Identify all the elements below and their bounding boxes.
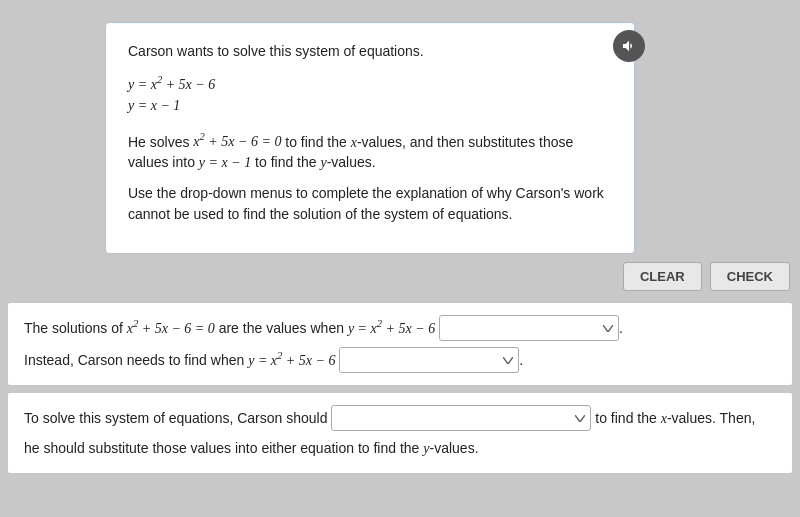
dropdown-2[interactable]: equals 0 equals 1 equals x−1 equals x [339,347,519,373]
card-explanation-2: Use the drop-down menus to complete the … [128,183,612,225]
sentence-1: The solutions of x2 + 5x − 6 = 0 are the… [24,315,776,341]
equations-block: y = x2 + 5x − 6 y = x − 1 [128,72,612,116]
clear-button[interactable]: CLEAR [623,262,702,291]
sentence-3: To solve this system of equations, Carso… [24,405,776,431]
audio-button[interactable] [613,30,645,62]
sentence-2: Instead, Carson needs to find when y = x… [24,347,776,373]
equation-2: y = x − 1 [128,95,612,116]
card-intro: Carson wants to solve this system of equ… [128,41,612,62]
answer-section-3: To solve this system of equations, Carso… [8,393,792,472]
card-explanation-1: He solves x2 + 5x − 6 = 0 to find the x-… [128,130,612,174]
equation-1: y = x2 + 5x − 6 [128,72,612,95]
dropdown-3[interactable]: set the equations equal to each other so… [331,405,591,431]
question-card: Carson wants to solve this system of equ… [105,22,635,254]
answer-section-1-2: The solutions of x2 + 5x − 6 = 0 are the… [8,303,792,385]
action-buttons-row: CLEAR CHECK [0,254,800,299]
dropdown-1[interactable]: equals 0 equals 1 equals x−1 equals x [439,315,619,341]
card-wrapper: Carson wants to solve this system of equ… [0,0,800,254]
speaker-icon [621,38,637,54]
main-container: Carson wants to solve this system of equ… [0,0,800,517]
sentence-3-cont: he should substitute those values into e… [24,437,776,460]
check-button[interactable]: CHECK [710,262,790,291]
